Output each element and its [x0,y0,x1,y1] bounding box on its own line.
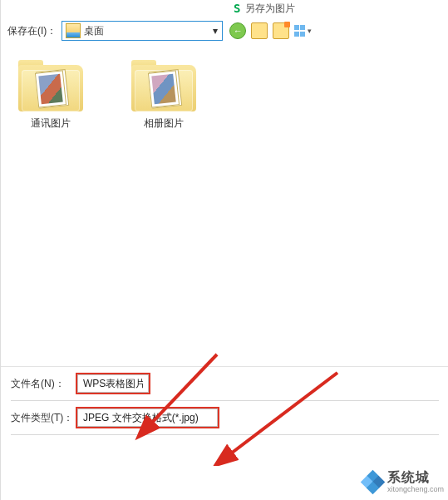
view-mode-button[interactable]: ▾ [294,23,312,38]
save-in-label: 保存在(I)： [7,24,57,38]
watermark: 系统城 xitongcheng.com [362,471,444,493]
save-location-dropdown[interactable]: 桌面 ▾ [62,21,223,41]
filename-highlight [76,373,150,394]
desktop-icon [66,23,81,38]
chevron-down-icon: ▾ [209,25,222,37]
folder-item[interactable]: 通讯图片 [11,60,91,131]
folder-icon [18,60,83,111]
file-browser-area[interactable]: 通讯图片 相册图片 [1,45,448,359]
folder-icon [131,60,196,111]
save-as-image-dialog: S 另存为图片 保存在(I)： 桌面 ▾ ← ▾ 通讯图片 [0,0,448,500]
filename-row: 文件名(N)： [1,367,448,400]
wps-logo-icon: S [234,2,240,15]
dialog-title-row: S 另存为图片 [1,0,448,17]
watermark-title: 系统城 [387,471,444,484]
toolbar-buttons: ← ▾ [229,22,312,39]
back-button[interactable]: ← [229,22,246,39]
save-location-text: 桌面 [84,24,209,38]
separator [11,434,439,435]
up-folder-button[interactable] [251,22,268,39]
new-folder-button[interactable] [273,22,289,39]
filename-input[interactable] [77,374,149,393]
grid-view-icon [294,25,306,37]
filetype-row: 文件类型(T)： [1,401,448,434]
dialog-title: 另存为图片 [245,2,295,16]
folder-label: 相册图片 [144,116,184,131]
chevron-down-icon: ▾ [308,27,312,35]
filename-label: 文件名(N)： [11,377,76,391]
filetype-highlight [76,407,219,428]
folder-label: 通讯图片 [31,116,71,131]
watermark-logo-icon [362,472,384,493]
watermark-url: xitongcheng.com [387,486,444,493]
toolbar: 保存在(I)： 桌面 ▾ ← ▾ [1,17,448,45]
folder-item[interactable]: 相册图片 [124,60,204,131]
filetype-label: 文件类型(T)： [11,411,76,425]
filetype-select[interactable] [77,408,218,427]
